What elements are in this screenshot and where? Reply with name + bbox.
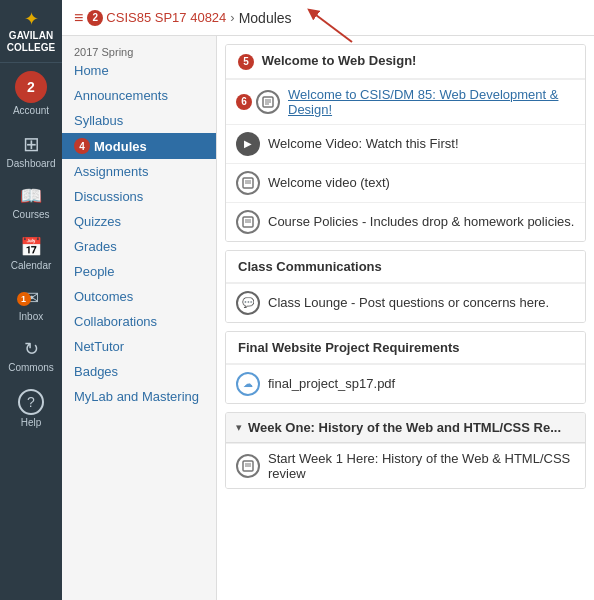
commons-icon: ↻ [24,338,39,360]
annotation-6: 6 [236,94,252,110]
item3-text: Welcome video (text) [268,175,390,190]
nav-item-calendar[interactable]: 📅 Calendar [0,228,62,279]
sidebar-item-grades[interactable]: Grades [62,234,216,259]
item5-icon: 💬 [236,291,260,315]
main-area: ≡ 2 CSIS85 SP17 40824 › Modules 2017 Spr… [62,0,594,600]
nav-item-commons[interactable]: ↻ Commons [0,330,62,381]
nav-item-dashboard[interactable]: ⊞ Dashboard [0,124,62,177]
nav-label-calendar: Calendar [11,260,52,271]
module-section-final-project: Final Website Project Requirements ☁ fin… [225,331,586,404]
courses-icon: 📖 [20,185,42,207]
annotation-1: 2 [87,10,103,26]
section1-header: 5 Welcome to Web Design! [226,45,585,79]
inbox-icon: ✉ 1 [24,287,39,309]
breadcrumb-current-page: Modules [239,10,292,26]
dashboard-icon: ⊞ [23,132,40,156]
nav-label-dashboard: Dashboard [7,158,56,169]
nav-item-help[interactable]: ? Help [0,381,62,436]
item7-icon [236,454,260,478]
item6-text: final_project_sp17.pdf [268,376,395,391]
item3-icon [236,171,260,195]
sidebar-item-modules[interactable]: 4 Modules [62,133,216,159]
module-item-4[interactable]: Course Policies - Includes drop & homewo… [226,202,585,241]
sidebar-item-announcements[interactable]: Announcements [62,83,216,108]
institution-logo[interactable]: ✦ GAVILAN COLLEGE [0,0,62,63]
breadcrumb-bar: ≡ 2 CSIS85 SP17 40824 › Modules [62,0,594,36]
module-item-7[interactable]: Start Week 1 Here: History of the Web & … [226,443,585,488]
calendar-icon: 📅 [20,236,42,258]
year-label: 2017 Spring [62,42,216,58]
week1-title: Week One: History of the Web and HTML/CS… [248,420,561,435]
module-content-area: 5 Welcome to Web Design! 6 Welcome to CS… [217,36,594,600]
nav-label-account: Account [13,105,49,116]
annotation-5: 5 [238,54,254,70]
module-item-1[interactable]: 6 Welcome to CSIS/DM 85: Web Development… [226,79,585,124]
nav-label-inbox: Inbox [19,311,43,322]
sidebar-item-badges[interactable]: Badges [62,359,216,384]
content-row: 2017 Spring Home Announcements Syllabus … [62,36,594,600]
sidebar-item-collaborations[interactable]: Collaborations [62,309,216,334]
account-number: 2 [27,79,35,95]
module-item-5[interactable]: 💬 Class Lounge - Post questions or conce… [226,283,585,322]
module-section-welcome: 5 Welcome to Web Design! 6 Welcome to CS… [225,44,586,242]
item1-icon [256,90,280,114]
module-item-2[interactable]: ▶ Welcome Video: Watch this First! [226,124,585,163]
item7-text: Start Week 1 Here: History of the Web & … [268,451,575,481]
item5-text: Class Lounge - Post questions or concern… [268,295,549,310]
item4-text: Course Policies - Includes drop & homewo… [268,214,574,229]
course-sidebar: 2017 Spring Home Announcements Syllabus … [62,36,217,600]
sidebar-item-people[interactable]: People [62,259,216,284]
nav-item-account[interactable]: 2 Account [0,63,62,124]
sidebar-item-mylab[interactable]: MyLab and Mastering [62,384,216,409]
sidebar-item-assignments[interactable]: Assignments [62,159,216,184]
breadcrumb-course-link[interactable]: CSIS85 SP17 40824 [106,10,226,25]
sidebar-item-discussions[interactable]: Discussions [62,184,216,209]
item6-icon: ☁ [236,372,260,396]
nav-item-inbox[interactable]: ✉ 1 Inbox [0,279,62,330]
sidebar-item-home[interactable]: Home [62,58,216,83]
help-icon: ? [18,389,44,415]
annotation-4: 4 [74,138,90,154]
left-navigation: ✦ GAVILAN COLLEGE 2 Account ⊞ Dashboard … [0,0,62,600]
module-item-6[interactable]: ☁ final_project_sp17.pdf [226,364,585,403]
item2-icon: ▶ [236,132,260,156]
nav-item-courses[interactable]: 📖 Courses [0,177,62,228]
module-item-3[interactable]: Welcome video (text) [226,163,585,202]
item1-text[interactable]: Welcome to CSIS/DM 85: Web Development &… [288,87,575,117]
item4-icon [236,210,260,234]
account-avatar: 2 [15,71,47,103]
nav-label-commons: Commons [8,362,54,373]
module-section-week1: ▾ Week One: History of the Web and HTML/… [225,412,586,489]
section3-header: Final Website Project Requirements [226,332,585,364]
section2-header: Class Communications [226,251,585,283]
item2-text: Welcome Video: Watch this First! [268,136,459,151]
week1-header[interactable]: ▾ Week One: History of the Web and HTML/… [226,413,585,443]
menu-icon[interactable]: ≡ [74,9,83,27]
nav-label-courses: Courses [12,209,49,220]
sidebar-item-nettutor[interactable]: NetTutor [62,334,216,359]
nav-label-help: Help [21,417,42,428]
inbox-badge: 1 [17,292,31,306]
week1-arrow-icon: ▾ [236,421,242,434]
sidebar-item-outcomes[interactable]: Outcomes [62,284,216,309]
sidebar-item-syllabus[interactable]: Syllabus [62,108,216,133]
module-section-communications: Class Communications 💬 Class Lounge - Po… [225,250,586,323]
logo-icon: ✦ [7,8,55,30]
breadcrumb-separator: › [230,10,234,25]
institution-name: GAVILAN COLLEGE [7,30,55,54]
sidebar-item-quizzes[interactable]: Quizzes [62,209,216,234]
